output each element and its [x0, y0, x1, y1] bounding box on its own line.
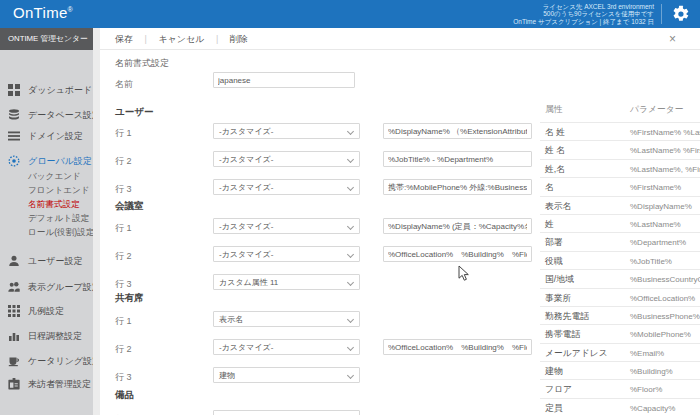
save-button[interactable]: 保存	[115, 34, 133, 44]
sidebar-sub-backend[interactable]: バックエンド	[28, 169, 93, 183]
topbar-divider	[661, 4, 662, 24]
user-row2-select[interactable]: -カスタマイズ-	[213, 151, 360, 167]
sidebar-item-domain[interactable]: ドメイン設定	[0, 128, 93, 144]
room-row3-select[interactable]: カスタム属性 11	[213, 274, 360, 290]
bar-chart-icon	[8, 330, 20, 342]
parameter-table-header: 属性 パラメーター	[540, 98, 700, 122]
list-icon	[8, 130, 20, 142]
room-row1-select[interactable]: -カスタマイズ-	[213, 218, 360, 234]
name-input[interactable]	[213, 72, 355, 88]
grid-icon	[8, 305, 20, 317]
top-bar: OnTime® ライセンス先 AXCEL 3rd environment 500…	[0, 0, 700, 28]
ontime-logo: OnTime®	[13, 4, 73, 21]
chevron-down-icon	[347, 223, 354, 230]
table-row: 姓 名%LastName% %FirstName%	[540, 140, 700, 158]
sidebar-title: ONTIME 管理センター	[0, 28, 93, 50]
table-row: 姓,名%LastName%, %FirstName%	[540, 159, 700, 177]
table-row: 名%FirstName%	[540, 177, 700, 195]
table-row: メールアドレス%Email%	[540, 343, 700, 361]
parameter-table: 属性 パラメーター 名 姓%FirstName% %LastName% 姓 名%…	[540, 98, 700, 415]
table-row: 名 姓%FirstName% %LastName%	[540, 122, 700, 140]
shared-row2-input[interactable]	[383, 339, 532, 355]
cancel-button[interactable]: キャンセル	[158, 34, 204, 44]
gear-icon[interactable]	[672, 5, 690, 23]
table-row: 事業所%OfficeLocation%	[540, 288, 700, 306]
chevron-down-icon	[347, 251, 354, 258]
shared-row3-select[interactable]: 建物	[213, 367, 360, 383]
row-label: 行 1	[115, 222, 132, 235]
room-row2-select[interactable]: -カスタマイズ-	[213, 246, 360, 262]
page-title: 名前書式設定	[115, 57, 169, 70]
user-row2-input[interactable]	[383, 151, 532, 167]
equipment-row1-select[interactable]	[213, 410, 360, 415]
sidebar-sub-name-format[interactable]: 名前書式設定	[28, 197, 93, 211]
row-label: 行 3	[115, 278, 132, 291]
user-row1-input[interactable]	[383, 123, 532, 139]
table-row: フロア%Floor%	[540, 379, 700, 397]
sidebar-item-dashboard[interactable]: ダッシュボード	[0, 82, 93, 98]
table-row: 役職%JobTitle%	[540, 251, 700, 269]
table-row: 定員%Capacity%	[540, 398, 700, 415]
delete-button[interactable]: 削除	[230, 34, 248, 44]
table-row: 国/地域%BusinessCountryOrRegion%	[540, 269, 700, 287]
chevron-down-icon	[347, 156, 354, 163]
section-equipment-heading: 備品	[115, 389, 134, 402]
row-label: 行 3	[115, 183, 132, 196]
close-icon[interactable]: ×	[669, 28, 676, 50]
user-row1-select[interactable]: -カスタマイズ-	[213, 123, 360, 139]
row-label: 行 2	[115, 343, 132, 356]
sidebar-sub-frontend[interactable]: フロントエンド	[28, 183, 93, 197]
column-header-attribute: 属性	[545, 104, 563, 116]
room-row1-input[interactable]	[383, 218, 532, 234]
sidebar-item-global[interactable]: グローバル設定	[0, 153, 93, 169]
chevron-down-icon	[347, 344, 354, 351]
table-row: 姓%LastName%	[540, 214, 700, 232]
action-toolbar: 保存 | キャンセル | 削除 ×	[100, 28, 700, 50]
table-row: 部署%Department%	[540, 232, 700, 250]
row-label: 行 2	[115, 155, 132, 168]
table-row: 建物%Building%	[540, 361, 700, 379]
room-row2-input[interactable]	[383, 246, 532, 262]
sidebar-scrollbar[interactable]	[93, 28, 100, 415]
sidebar-item-visitor[interactable]: 来訪者管理設定	[0, 376, 93, 392]
table-row: 勤務先電話%BusinessPhone%	[540, 306, 700, 324]
sidebar: ONTIME 管理センター ダッシュボード データベース設定 ドメイン設定 グロ…	[0, 28, 93, 415]
shared-row2-select[interactable]: -カスタマイズ-	[213, 339, 360, 355]
users-icon	[8, 281, 20, 293]
row-label: 行 3	[115, 371, 132, 384]
row-label: 行 1	[115, 127, 132, 140]
user-icon	[8, 255, 20, 267]
toolbar-separator: |	[216, 34, 218, 44]
sidebar-item-schedule[interactable]: 日程調整設定	[0, 328, 93, 344]
id-badge-icon	[8, 378, 20, 390]
table-row: 携帯電話%MobilePhone%	[540, 324, 700, 342]
sidebar-sub-role[interactable]: ロール(役割)設定	[28, 225, 93, 239]
sidebar-item-database[interactable]: データベース設定	[0, 107, 93, 123]
section-room-heading: 会議室	[115, 200, 144, 213]
table-row: 表示名%DisplayName%	[540, 196, 700, 214]
sidebar-item-display-group[interactable]: 表示グループ設定	[0, 279, 93, 295]
globe-icon	[8, 155, 20, 167]
row-label: 行 2	[115, 250, 132, 263]
license-line-2: 500のうち90ライセンスを使用中です	[513, 10, 654, 17]
database-icon	[8, 109, 20, 121]
chevron-down-icon	[347, 372, 354, 379]
name-field-label: 名前	[115, 78, 133, 91]
sidebar-item-catering[interactable]: ケータリング設定	[0, 353, 93, 369]
main-panel: 保存 | キャンセル | 削除 × 名前書式設定 名前 ユーザー 行 1 -カス…	[100, 28, 700, 415]
user-row3-select[interactable]: -カスタマイズ-	[213, 179, 360, 195]
sidebar-sub-default[interactable]: デフォルト設定	[28, 211, 93, 225]
sidebar-item-user[interactable]: ユーザー設定	[0, 253, 93, 269]
dashboard-icon	[8, 84, 20, 96]
chevron-down-icon	[347, 316, 354, 323]
shared-row1-select[interactable]: 表示名	[213, 311, 360, 327]
chevron-down-icon	[347, 279, 354, 286]
chevron-down-icon	[347, 128, 354, 135]
column-header-parameter: パラメーター	[630, 104, 684, 116]
user-row3-input[interactable]	[383, 179, 532, 195]
app-window: OnTime® ライセンス先 AXCEL 3rd environment 500…	[0, 0, 700, 415]
chevron-down-icon	[347, 184, 354, 191]
section-shared-heading: 共有席	[115, 292, 144, 305]
sidebar-item-legend[interactable]: 凡例設定	[0, 303, 93, 319]
license-info: ライセンス先 AXCEL 3rd environment 500のうち90ライセ…	[513, 3, 654, 25]
